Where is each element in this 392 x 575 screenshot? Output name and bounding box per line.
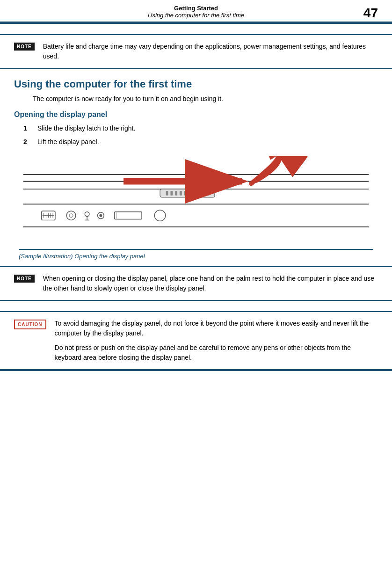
svg-rect-9: [189, 191, 191, 196]
main-section-title: Using the computer for the first time: [14, 78, 378, 90]
svg-rect-29: [115, 212, 142, 219]
subsection-title: Opening the display panel: [14, 110, 378, 119]
illustration-divider: [19, 249, 373, 250]
svg-point-22: [66, 211, 75, 220]
bottom-divider: [0, 370, 392, 371]
svg-point-24: [85, 212, 89, 217]
step-text-2: Lift the display panel.: [37, 137, 99, 147]
note-text-1: Battery life and charge time may vary de…: [43, 42, 378, 61]
step-number-1: 1: [23, 124, 37, 133]
svg-rect-5: [170, 191, 173, 196]
svg-rect-8: [184, 191, 187, 196]
caution-text-2: Do not press or push on the display pane…: [55, 343, 378, 363]
note-box-1: NOTE Battery life and charge time may va…: [0, 34, 392, 69]
svg-point-31: [154, 210, 165, 221]
svg-point-28: [99, 214, 102, 217]
svg-rect-7: [180, 191, 182, 196]
chapter-title: Getting Started: [9, 5, 383, 12]
step-number-2: 2: [23, 137, 37, 147]
svg-rect-12: [203, 191, 205, 196]
svg-point-23: [69, 214, 73, 218]
section-title-header: Using the computer for the first time: [9, 12, 383, 19]
note-badge-2: NOTE: [14, 275, 35, 283]
caution-badge: CAUTION: [14, 320, 46, 329]
caution-box: CAUTION To avoid damaging the display pa…: [0, 311, 392, 370]
laptop-diagram-svg: [19, 156, 373, 247]
caution-text: To avoid damaging the display panel, do …: [55, 319, 378, 363]
step-item-2: 2 Lift the display panel.: [23, 137, 378, 147]
step-item-1: 1 Slide the display latch to the right.: [23, 124, 378, 133]
svg-rect-11: [198, 191, 200, 196]
illustration-caption: (Sample Illustration) Opening the displa…: [19, 253, 373, 260]
note-badge-1: NOTE: [14, 43, 35, 51]
illustration-area: (Sample Illustration) Opening the displa…: [19, 156, 373, 260]
caution-text-1: To avoid damaging the display panel, do …: [55, 319, 378, 338]
note-box-2: NOTE When opening or closing the display…: [0, 266, 392, 301]
intro-paragraph: The computer is now ready for you to tur…: [33, 94, 378, 104]
step-text-1: Slide the display latch to the right.: [37, 124, 135, 133]
steps-list: 1 Slide the display latch to the right. …: [23, 124, 378, 147]
note-text-2: When opening or closing the display pane…: [43, 274, 378, 293]
svg-rect-6: [175, 191, 177, 196]
svg-rect-13: [207, 191, 209, 196]
svg-rect-4: [166, 191, 168, 196]
page-number: 47: [363, 6, 378, 21]
svg-rect-10: [193, 191, 196, 196]
